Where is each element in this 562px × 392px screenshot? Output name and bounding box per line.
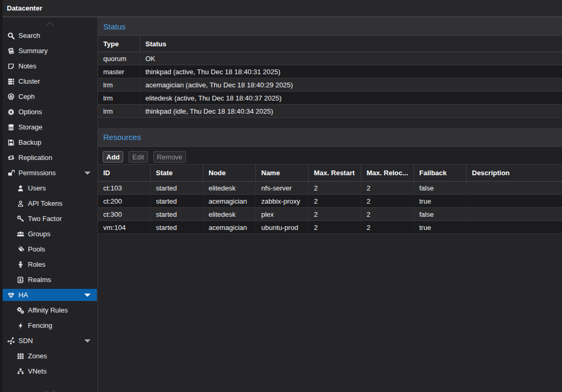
sidebar-item-label: Summary — [18, 47, 48, 55]
sidebar-item-summary[interactable]: Summary — [3, 43, 97, 58]
table-cell: started — [151, 221, 203, 234]
sidebar-item-replication[interactable]: Replication — [3, 150, 97, 165]
ceph-icon — [7, 93, 15, 100]
caret-down-icon[interactable] — [84, 294, 91, 297]
table-row[interactable]: quorumOK — [98, 52, 562, 65]
sidebar-item-search[interactable]: Search — [3, 28, 97, 43]
table-cell: 2 — [309, 221, 361, 234]
sdn-icon — [7, 337, 15, 345]
sidebar-item-sdn[interactable]: SDN — [3, 333, 97, 348]
book-icon — [7, 47, 15, 55]
sidebar-item-label: Search — [18, 32, 40, 39]
sidebar-tree: SearchSummaryNotesClusterCephOptionsStor… — [3, 28, 97, 379]
sidebar-item-roles[interactable]: Roles — [3, 257, 97, 272]
sidebar-item-fencing[interactable]: Fencing — [3, 318, 97, 333]
edit-button[interactable]: Edit — [129, 151, 147, 163]
column-header-description[interactable]: Description — [467, 165, 562, 181]
sidebar-item-backup[interactable]: Backup — [3, 135, 97, 150]
table-cell: elitedesk — [203, 208, 256, 220]
table-cell: started — [151, 208, 203, 220]
table-row[interactable]: ct:300startedelitedeskplex22false — [98, 208, 562, 221]
remove-button[interactable]: Remove — [153, 151, 186, 163]
gear-icon — [7, 108, 15, 116]
user-outline-icon — [17, 200, 24, 207]
sidebar-item-highlight — [3, 289, 97, 301]
resources-panel-title: Resources — [98, 133, 141, 142]
th-grid-icon — [17, 353, 24, 360]
table-cell: true — [414, 195, 467, 207]
caret-down-icon[interactable] — [84, 172, 91, 175]
table-row[interactable]: lrmthinkpad (idle, Thu Dec 18 18:40:34 2… — [98, 105, 562, 118]
table-cell: thinkpad (idle, Thu Dec 18 18:40:34 2025… — [140, 105, 562, 117]
sidebar-item-options[interactable]: Options — [3, 104, 97, 119]
table-cell: zabbix-proxy — [256, 195, 309, 207]
table-cell — [467, 195, 562, 207]
sidebar-item-zones[interactable]: Zones — [3, 348, 97, 364]
sidebar-item-label: Options — [18, 108, 42, 116]
table-cell: ct:200 — [98, 195, 151, 207]
sidebar-item-two-factor[interactable]: Two Factor — [3, 211, 97, 226]
sidebar-item-label: Realms — [28, 276, 51, 284]
table-cell: true — [414, 221, 467, 234]
status-table-header: TypeStatus — [98, 36, 562, 52]
sidebar-item-cluster[interactable]: Cluster — [3, 74, 97, 89]
sidebar-item-api-tokens[interactable]: API Tokens — [3, 196, 97, 211]
table-row[interactable]: ct:200startedacemagicianzabbix-proxy22tr… — [98, 195, 562, 208]
table-row[interactable]: ct:103startedelitedesknfs-server22false — [98, 182, 562, 195]
table-row[interactable]: vm:104startedacemagicianubuntu-prod22tru… — [98, 221, 562, 234]
sidebar-item-pools[interactable]: Pools — [3, 242, 97, 257]
table-cell: 2 — [361, 182, 414, 194]
column-header-state[interactable]: State — [151, 165, 203, 181]
table-row[interactable]: masterthinkpad (active, Thu Dec 18 18:40… — [98, 65, 562, 78]
sidebar-item-label: Storage — [18, 123, 43, 131]
sidebar-item-permissions[interactable]: Permissions — [3, 165, 97, 180]
sidebar-item-label: Roles — [28, 260, 45, 268]
sidebar-item-highlight — [3, 106, 97, 118]
sidebar-item-label: Two Factor — [28, 215, 62, 223]
caret-down-icon[interactable] — [84, 339, 91, 343]
table-cell: lrm — [98, 105, 140, 117]
sticky-note-icon — [7, 63, 15, 70]
resources-table-empty — [98, 234, 562, 392]
sidebar-item-notes[interactable]: Notes — [3, 58, 97, 74]
table-cell: vm:104 — [98, 221, 151, 234]
male-icon — [17, 261, 24, 268]
chevron-down-icon[interactable] — [3, 389, 97, 392]
table-row[interactable]: lrmacemagician (active, Thu Dec 18 18:40… — [98, 78, 562, 92]
sidebar-item-label: Affinity Rules — [28, 306, 68, 314]
search-icon — [7, 32, 15, 39]
column-header-node[interactable]: Node — [203, 165, 256, 181]
sidebar: SearchSummaryNotesClusterCephOptionsStor… — [3, 17, 97, 392]
sidebar-item-vnets[interactable]: VNets — [3, 364, 97, 379]
table-row[interactable]: lrmelitedesk (active, Thu Dec 18 18:40:3… — [98, 92, 562, 105]
resources-toolbar: AddEditRemove — [98, 147, 562, 165]
top-bar: Datacenter — [3, 0, 562, 17]
sidebar-item-storage[interactable]: Storage — [3, 119, 97, 135]
sidebar-item-ceph[interactable]: Ceph — [3, 89, 97, 104]
column-header-max-reloc-[interactable]: Max. Reloc... — [361, 165, 414, 181]
sidebar-item-groups[interactable]: Groups — [3, 226, 97, 242]
chevron-up-icon[interactable] — [3, 17, 97, 28]
sidebar-item-affinity-rules[interactable]: Affinity Rules — [3, 303, 97, 318]
status-table-empty — [98, 118, 562, 128]
sidebar-item-label: Groups — [28, 230, 51, 238]
table-cell: acemagician — [203, 195, 256, 207]
column-header-name[interactable]: Name — [256, 165, 309, 181]
column-header-failback[interactable]: Failback — [414, 165, 467, 181]
column-header-status[interactable]: Status — [140, 36, 562, 52]
table-cell: acemagician — [203, 221, 256, 234]
table-cell: 2 — [361, 208, 414, 220]
sidebar-item-label: Replication — [18, 154, 52, 162]
sidebar-item-ha[interactable]: HA — [3, 287, 97, 303]
sidebar-item-highlight — [3, 60, 97, 72]
add-button[interactable]: Add — [103, 151, 123, 163]
column-header-type[interactable]: Type — [98, 36, 140, 52]
sidebar-item-users[interactable]: Users — [3, 180, 97, 196]
column-header-max-restart[interactable]: Max. Restart — [309, 165, 361, 181]
column-header-id[interactable]: ID — [98, 165, 151, 181]
sidebar-item-label: Backup — [18, 138, 41, 146]
sidebar-item-realms[interactable]: Realms — [3, 272, 97, 287]
table-cell: thinkpad (active, Thu Dec 18 18:40:31 20… — [140, 65, 562, 78]
table-cell: master — [98, 65, 140, 78]
sidebar-item-highlight — [3, 91, 97, 103]
